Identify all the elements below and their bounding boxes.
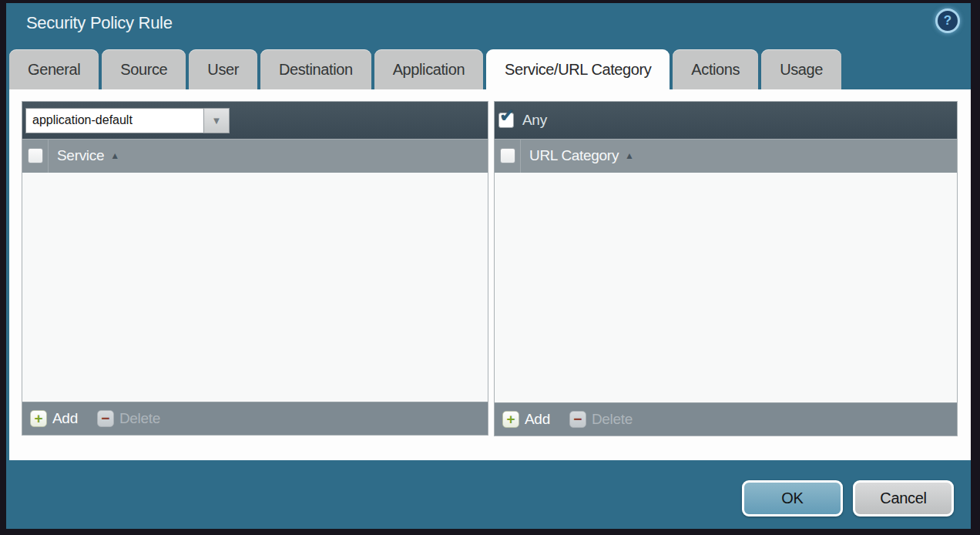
minus-icon: −: [569, 411, 586, 428]
sort-ascending-icon: ▲: [110, 150, 119, 161]
service-column-header[interactable]: Service: [57, 147, 104, 164]
delete-button-label: Delete: [592, 411, 633, 428]
any-checkbox-label[interactable]: Any: [522, 112, 547, 129]
add-button-label: Add: [525, 411, 550, 428]
sort-ascending-icon: ▲: [625, 150, 634, 161]
tab-application[interactable]: Application: [374, 49, 483, 89]
service-footer: + Add − Delete: [22, 402, 488, 435]
service-list[interactable]: [22, 173, 488, 402]
chevron-down-icon: ▼: [212, 115, 222, 126]
service-table-header: Service ▲: [22, 139, 488, 173]
service-select-all-checkbox[interactable]: [28, 148, 43, 163]
tab-content-service-url-category: ▼ Service ▲ + Add − Delete: [9, 89, 971, 460]
tab-actions[interactable]: Actions: [673, 49, 758, 89]
service-add-button[interactable]: + Add: [30, 410, 78, 427]
url-category-panel: ✔ Any URL Category ▲ + Add − Delete: [494, 101, 958, 436]
url-category-select-all-checkbox[interactable]: [500, 148, 515, 163]
service-select-all-cell: [22, 139, 49, 173]
tab-user[interactable]: User: [189, 49, 257, 89]
dialog-title: Security Policy Rule: [26, 13, 173, 33]
help-icon[interactable]: ?: [935, 8, 960, 33]
plus-icon: +: [30, 410, 47, 427]
service-type-dropdown-button[interactable]: ▼: [203, 108, 230, 133]
url-category-footer: + Add − Delete: [495, 402, 957, 436]
url-category-add-button[interactable]: + Add: [502, 411, 550, 428]
any-checkbox[interactable]: ✔: [498, 113, 514, 128]
service-delete-button[interactable]: − Delete: [97, 410, 160, 427]
tab-source[interactable]: Source: [102, 49, 186, 89]
url-category-select-all-cell: [495, 139, 521, 173]
tab-usage[interactable]: Usage: [761, 49, 841, 89]
service-type-dropdown[interactable]: ▼: [25, 108, 230, 133]
url-category-list[interactable]: [495, 173, 957, 402]
service-toolbar: ▼: [22, 102, 488, 139]
url-category-table-header: URL Category ▲: [495, 139, 957, 173]
tab-bar: General Source User Destination Applicat…: [9, 49, 841, 89]
checkmark-icon: ✔: [499, 106, 515, 125]
tab-service-url-category[interactable]: Service/URL Category: [486, 49, 670, 89]
plus-icon: +: [502, 411, 519, 428]
tab-general[interactable]: General: [9, 49, 99, 89]
tab-destination[interactable]: Destination: [260, 49, 371, 89]
ok-button[interactable]: OK: [742, 480, 843, 516]
cancel-button[interactable]: Cancel: [853, 480, 954, 516]
service-panel: ▼ Service ▲ + Add − Delete: [22, 101, 488, 436]
url-category-delete-button[interactable]: − Delete: [569, 411, 633, 428]
security-policy-rule-dialog: Security Policy Rule ? General Source Us…: [6, 3, 971, 529]
url-category-column-header[interactable]: URL Category: [529, 147, 619, 164]
delete-button-label: Delete: [119, 410, 160, 427]
url-category-toolbar: ✔ Any: [495, 102, 957, 139]
add-button-label: Add: [52, 410, 78, 427]
service-type-input[interactable]: [25, 108, 203, 133]
minus-icon: −: [97, 410, 114, 427]
